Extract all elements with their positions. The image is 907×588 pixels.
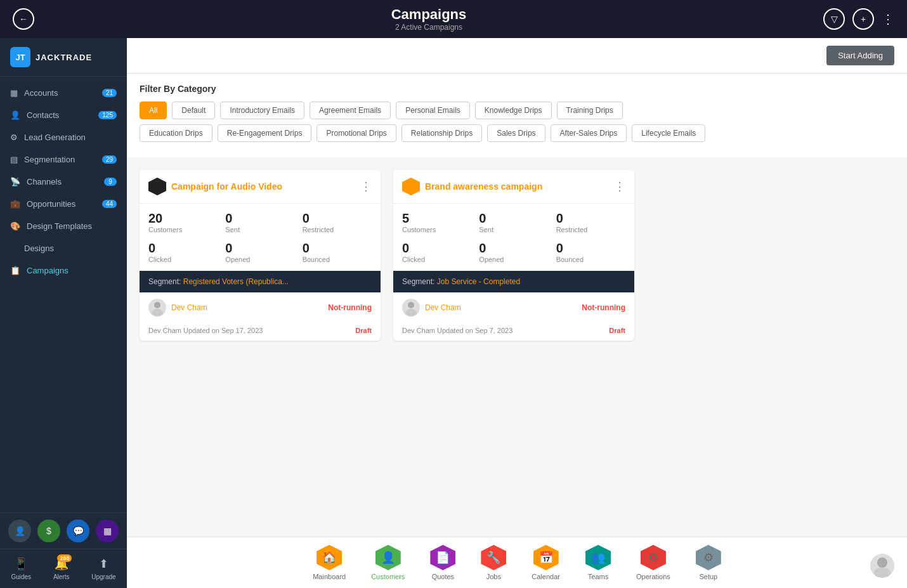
tab-operations[interactable]: ⚙ Operations [623, 542, 683, 583]
campaign-user-row-1: Dev Cham Not-running [140, 292, 381, 323]
top-header: ← Campaigns 2 Active Campaigns ▽ + ⋮ [0, 0, 907, 38]
accounts-badge: 21 [102, 89, 117, 97]
person-icon[interactable]: 👤 [8, 519, 31, 542]
filter-re-engagement-drips[interactable]: Re-Engagement Drips [218, 124, 312, 142]
more-options-button[interactable]: ⋮ [882, 11, 894, 27]
guides-label: Guides [11, 573, 31, 580]
sidebar: JT JACKTRADE ▦ Accounts 21 👤 Contacts 12… [0, 38, 127, 588]
dollar-icon[interactable]: $ [37, 519, 60, 542]
sidebar-label-accounts: Accounts [24, 88, 58, 98]
stat-opened-2: 0 Opened [479, 241, 548, 263]
alerts-item[interactable]: 🔔 268 Alerts [53, 557, 70, 580]
campaign-hex-icon-2 [402, 178, 420, 195]
tab-teams[interactable]: 👥 Teams [573, 542, 623, 583]
sidebar-item-accounts[interactable]: ▦ Accounts 21 [0, 82, 127, 104]
sidebar-item-segmentation[interactable]: ▤ Segmentation 29 [0, 148, 127, 171]
filter-knowledge-drips[interactable]: Knowledge Drips [475, 101, 552, 119]
page-title: Campaigns [391, 6, 467, 23]
campaign-updated-1: Dev Cham Updated on Sep 17, 2023 [148, 327, 263, 334]
campaign-title-2[interactable]: Brand awareness campaign [425, 181, 542, 192]
sidebar-item-design-templates[interactable]: 🎨 Design Templates [0, 215, 127, 237]
sidebar-item-contacts[interactable]: 👤 Contacts 125 [0, 104, 127, 126]
sidebar-item-campaigns[interactable]: 📋 Campaigns [0, 259, 127, 282]
campaign-menu-1[interactable]: ⋮ [360, 180, 372, 193]
user-name-2[interactable]: Dev Cham [425, 303, 461, 312]
segment-label-1: Segment: [148, 277, 181, 286]
filter-lifecycle-emails[interactable]: Lifecycle Emails [632, 124, 705, 142]
sidebar-item-designs[interactable]: Designs [0, 237, 127, 259]
header-right: ▽ + ⋮ [823, 8, 894, 30]
add-button[interactable]: + [852, 8, 874, 30]
stat-clicked-1: 0 Clicked [148, 241, 218, 263]
channels-badge: 9 [104, 178, 117, 186]
filter-promotional-drips[interactable]: Promotional Drips [316, 124, 396, 142]
filter-education-drips[interactable]: Education Drips [140, 124, 212, 142]
upgrade-icon: ⬆ [99, 557, 108, 571]
sidebar-label-channels: Channels [27, 177, 62, 186]
filter-row-2: Education Drips Re-Engagement Drips Prom… [140, 124, 894, 142]
operations-icon: ⚙ [641, 545, 666, 570]
stat-sent-2: 0 Sent [479, 211, 548, 233]
draft-badge-1: Draft [355, 327, 372, 334]
stat-bounced-1: 0 Bounced [303, 241, 372, 263]
filter-introductory-emails[interactable]: Introductory Emails [220, 101, 304, 119]
guides-item[interactable]: 📱 Guides [11, 557, 31, 580]
user-name-1[interactable]: Dev Cham [171, 303, 207, 312]
tab-setup[interactable]: ⚙ Setup [683, 542, 734, 583]
stat-label-opened-1: Opened [225, 256, 294, 263]
sidebar-item-channels[interactable]: 📡 Channels 9 [0, 171, 127, 193]
tab-jobs[interactable]: 🔧 Jobs [468, 542, 519, 583]
sidebar-label-design-templates: Design Templates [27, 221, 92, 231]
stat-value-sent-1: 0 [225, 211, 294, 226]
sidebar-extra-icons: 👤 $ 💬 ▦ [0, 513, 127, 549]
filter-training-drips[interactable]: Training Drips [557, 101, 623, 119]
campaign-segment-1: Segment: Registered Voters (Republica... [140, 271, 381, 292]
start-adding-button[interactable]: Start Adding [826, 46, 894, 65]
filter-button[interactable]: ▽ [823, 8, 845, 30]
svg-point-0 [154, 302, 160, 308]
campaign-footer-2: Dev Cham Updated on Sep 7, 2023 Draft [393, 323, 634, 341]
sidebar-item-lead-generation[interactable]: ⚙ Lead Generation [0, 126, 127, 148]
user-avatar-2 [402, 299, 420, 317]
stat-sent-1: 0 Sent [225, 211, 294, 233]
tab-customers[interactable]: 👤 Customers [358, 542, 417, 583]
tab-calendar[interactable]: 📅 Calendar [519, 542, 573, 583]
filter-relationship-drips[interactable]: Relationship Drips [401, 124, 482, 142]
filter-personal-emails[interactable]: Personal Emails [396, 101, 470, 119]
svg-point-4 [877, 558, 887, 568]
filter-after-sales-drips[interactable]: After-Sales Drips [551, 124, 627, 142]
campaign-status-1: Not-running [328, 303, 372, 312]
sidebar-item-opportunities[interactable]: 💼 Opportunities 44 [0, 193, 127, 215]
sidebar-label-designs: Designs [24, 244, 54, 253]
filter-all[interactable]: All [140, 101, 167, 119]
sidebar-label-contacts: Contacts [27, 110, 59, 120]
campaign-title-1[interactable]: Campaign for Audio Video [171, 181, 282, 192]
campaign-card-2: Brand awareness campaign ⋮ 5 Customers 0… [393, 170, 634, 341]
user-avatar-tab[interactable] [870, 554, 894, 578]
filter-default[interactable]: Default [172, 101, 215, 119]
grid-icon[interactable]: ▦ [96, 519, 119, 542]
segment-value-2[interactable]: Job Service - Completed [437, 277, 520, 286]
tab-label-customers: Customers [371, 573, 405, 580]
tab-quotes[interactable]: 📄 Quotes [417, 542, 468, 583]
bottom-tabbar: 🏠 Mainboard 👤 Customers 📄 Quotes 🔧 Jobs … [127, 537, 907, 588]
tab-label-jobs: Jobs [486, 573, 501, 580]
jobs-icon: 🔧 [481, 545, 506, 570]
stat-label-clicked-1: Clicked [148, 256, 218, 263]
chat-icon[interactable]: 💬 [67, 519, 89, 542]
setup-icon: ⚙ [696, 545, 721, 570]
filter-sales-drips[interactable]: Sales Drips [487, 124, 545, 142]
stat-bounced-2: 0 Bounced [556, 241, 625, 263]
stat-label-bounced-1: Bounced [303, 256, 372, 263]
filter-agreement-emails[interactable]: Agreement Emails [310, 101, 391, 119]
active-campaigns-label: 2 Active Campaigns [391, 23, 467, 32]
stat-label-customers-1: Customers [148, 226, 218, 233]
campaign-menu-2[interactable]: ⋮ [614, 180, 625, 193]
upgrade-item[interactable]: ⬆ Upgrade [91, 557, 115, 580]
segment-value-1[interactable]: Registered Voters (Republica... [183, 277, 289, 286]
back-button[interactable]: ← [13, 8, 34, 30]
campaigns-area: Campaign for Audio Video ⋮ 20 Customers … [127, 157, 907, 537]
tab-mainboard[interactable]: 🏠 Mainboard [300, 542, 358, 583]
svg-point-5 [874, 568, 891, 578]
main-layout: JT JACKTRADE ▦ Accounts 21 👤 Contacts 12… [0, 38, 907, 588]
